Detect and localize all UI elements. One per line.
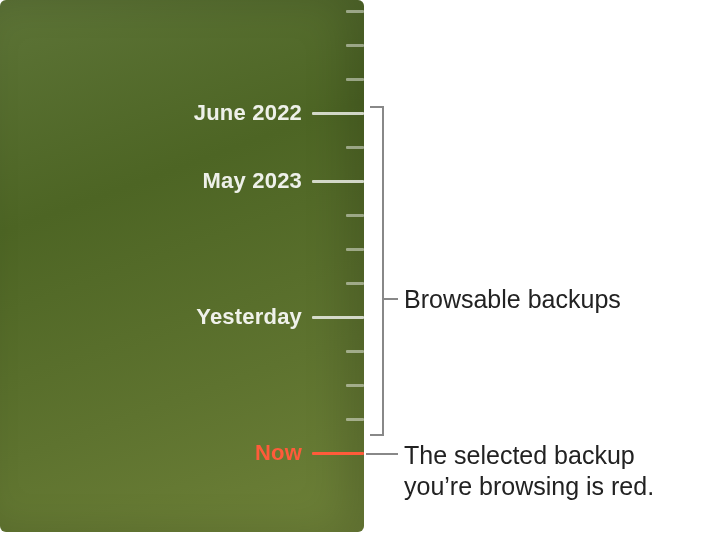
timeline-label-yesterday: Yesterday — [196, 304, 302, 330]
timeline-tick[interactable] — [346, 350, 364, 353]
timeline-tick-may-2023[interactable] — [312, 180, 364, 183]
timeline-label-may-2023: May 2023 — [203, 168, 302, 194]
timeline-tick[interactable] — [346, 44, 364, 47]
timeline-tick[interactable] — [346, 384, 364, 387]
timeline-tick[interactable] — [346, 10, 364, 13]
timeline-panel: June 2022 May 2023 Yesterday Now — [0, 0, 364, 532]
timeline-tick-now-selected[interactable] — [312, 452, 364, 455]
timeline-tick[interactable] — [346, 78, 364, 81]
timeline-label-now: Now — [255, 440, 302, 466]
annotation-browsable-backups: Browsable backups — [404, 284, 698, 315]
timeline-tick-yesterday[interactable] — [312, 316, 364, 319]
timeline-label-june-2022: June 2022 — [194, 100, 302, 126]
callout-bracket-browsable — [370, 106, 384, 436]
timeline-tick[interactable] — [346, 146, 364, 149]
timeline-tick[interactable] — [346, 282, 364, 285]
timeline-tick[interactable] — [346, 248, 364, 251]
annotation-selected-backup: The selected backup you’re browsing is r… — [404, 440, 698, 503]
timeline-tick-june-2022[interactable] — [312, 112, 364, 115]
callout-connector-selected — [366, 453, 398, 455]
timeline-tick[interactable] — [346, 214, 364, 217]
timeline-tick[interactable] — [346, 418, 364, 421]
figure: June 2022 May 2023 Yesterday Now Browsab… — [0, 0, 706, 552]
callout-connector-browsable — [384, 298, 398, 300]
